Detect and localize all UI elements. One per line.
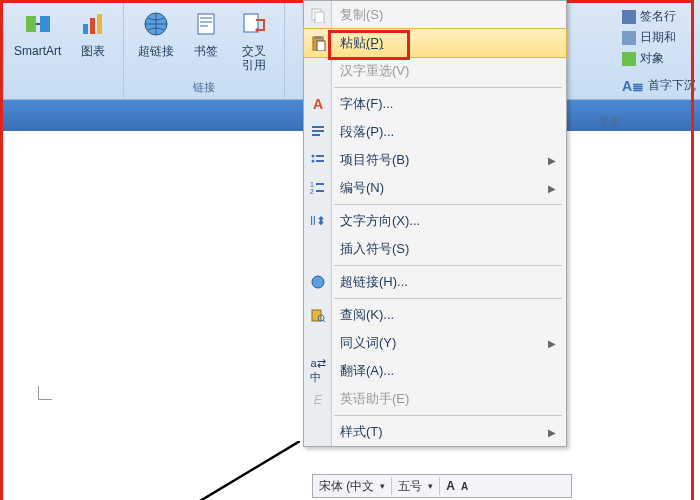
ctx-numbering[interactable]: 12 编号(N) ▶	[304, 174, 566, 202]
svg-point-17	[312, 160, 315, 163]
svg-rect-6	[198, 14, 214, 34]
object-icon	[622, 52, 636, 66]
paragraph-icon	[309, 123, 327, 141]
smartart-label: SmartArt	[14, 44, 61, 58]
crossref-icon	[238, 8, 270, 40]
page-corner-mark	[38, 386, 52, 400]
svg-rect-15	[317, 41, 325, 51]
separator	[334, 415, 562, 416]
signature-icon	[622, 10, 636, 24]
text-group-label: 文本	[598, 114, 620, 129]
svg-text:1: 1	[310, 181, 314, 188]
drawn-line[interactable]	[50, 441, 300, 500]
ctx-lookup[interactable]: 查阅(K)...	[304, 301, 566, 329]
chart-button[interactable]: 图表	[71, 4, 115, 81]
ctx-paragraph[interactable]: 段落(P)...	[304, 118, 566, 146]
svg-rect-4	[97, 14, 102, 34]
copy-icon	[309, 6, 327, 24]
ctx-insert-symbol[interactable]: 插入符号(S)	[304, 235, 566, 263]
ctx-copy: 复制(S)	[304, 1, 566, 29]
separator	[334, 265, 562, 266]
smartart-icon	[22, 8, 54, 40]
mini-size[interactable]: 五号	[398, 478, 422, 495]
svg-point-20	[312, 276, 324, 288]
links-group-label: 链接	[193, 78, 215, 97]
submenu-arrow-icon: ▶	[548, 155, 556, 166]
bookmark-button[interactable]: 书签	[184, 4, 228, 78]
separator	[334, 204, 562, 205]
ribbon-group-illus: SmartArt 图表	[0, 0, 124, 99]
globe-icon	[140, 8, 172, 40]
lookup-icon	[309, 306, 327, 324]
grow-font-icon[interactable]: A	[446, 479, 455, 493]
svg-line-10	[50, 441, 300, 500]
svg-rect-0	[26, 16, 36, 32]
separator	[334, 87, 562, 88]
ime-icon	[309, 62, 327, 80]
bookmark-label: 书签	[194, 44, 218, 58]
datetime-button[interactable]: 日期和	[622, 27, 696, 48]
ctx-hyperlink[interactable]: 超链接(H)...	[304, 268, 566, 296]
group-label	[60, 81, 63, 97]
annotation-frame	[0, 131, 3, 500]
bullets-icon	[309, 151, 327, 169]
submenu-arrow-icon: ▶	[548, 427, 556, 438]
font-icon: A	[309, 95, 327, 113]
submenu-arrow-icon: ▶	[548, 183, 556, 194]
object-button[interactable]: 对象	[622, 48, 696, 69]
annotation-frame	[691, 131, 694, 500]
text-direction-icon: ll⬍	[309, 212, 327, 230]
svg-rect-2	[83, 24, 88, 34]
hyperlink-button[interactable]: 超链接	[132, 4, 180, 78]
ctx-text-direction[interactable]: ll⬍ 文字方向(X)...	[304, 207, 566, 235]
shrink-font-icon[interactable]: A	[461, 481, 468, 492]
chart-label: 图表	[81, 44, 105, 58]
smartart-button[interactable]: SmartArt	[8, 4, 67, 81]
ribbon-right: 签名行 日期和 对象 A≣首字下沉	[622, 6, 696, 96]
hyperlink-label: 超链接	[138, 44, 174, 58]
mini-toolbar[interactable]: 宋体 (中文▾ 五号▾ A A	[312, 474, 572, 498]
ctx-styles[interactable]: 样式(T) ▶	[304, 418, 566, 446]
numbering-icon: 12	[309, 179, 327, 197]
ctx-paste-label: 粘贴(P)	[340, 34, 383, 52]
paste-icon	[309, 34, 327, 52]
ctx-paste[interactable]: 粘贴(P)	[303, 28, 567, 58]
ctx-font[interactable]: A 字体(F)...	[304, 90, 566, 118]
separator	[334, 298, 562, 299]
svg-rect-14	[315, 36, 321, 39]
assistant-icon: E	[309, 390, 327, 408]
svg-rect-3	[90, 18, 95, 34]
ctx-english-assistant: E 英语助手(E)	[304, 385, 566, 413]
svg-text:2: 2	[310, 188, 314, 195]
translate-icon: a⇄中	[309, 362, 327, 380]
ctx-chinese-reselect: 汉字重选(V)	[304, 57, 566, 85]
svg-rect-1	[40, 16, 50, 32]
context-menu: 复制(S) 粘贴(P) 汉字重选(V) A 字体(F)... 段落(P)... …	[303, 0, 567, 447]
bookmark-icon	[190, 8, 222, 40]
svg-point-16	[312, 155, 315, 158]
submenu-arrow-icon: ▶	[548, 338, 556, 349]
crossref-button[interactable]: 交叉 引用	[232, 4, 276, 78]
globe-icon	[309, 273, 327, 291]
dropcap-icon: A≣	[622, 78, 644, 94]
svg-rect-12	[315, 12, 324, 23]
crossref-label: 交叉 引用	[242, 44, 266, 72]
dropcap-button[interactable]: A≣首字下沉	[622, 75, 696, 96]
signature-button[interactable]: 签名行	[622, 6, 696, 27]
ribbon-group-links: 超链接 书签 交叉 引用 链接	[124, 0, 285, 99]
ctx-synonyms[interactable]: 同义词(Y) ▶	[304, 329, 566, 357]
mini-font[interactable]: 宋体 (中文	[319, 478, 374, 495]
chart-icon	[77, 8, 109, 40]
datetime-icon	[622, 31, 636, 45]
ctx-translate[interactable]: a⇄中 翻译(A)...	[304, 357, 566, 385]
ctx-bullets[interactable]: 项目符号(B) ▶	[304, 146, 566, 174]
